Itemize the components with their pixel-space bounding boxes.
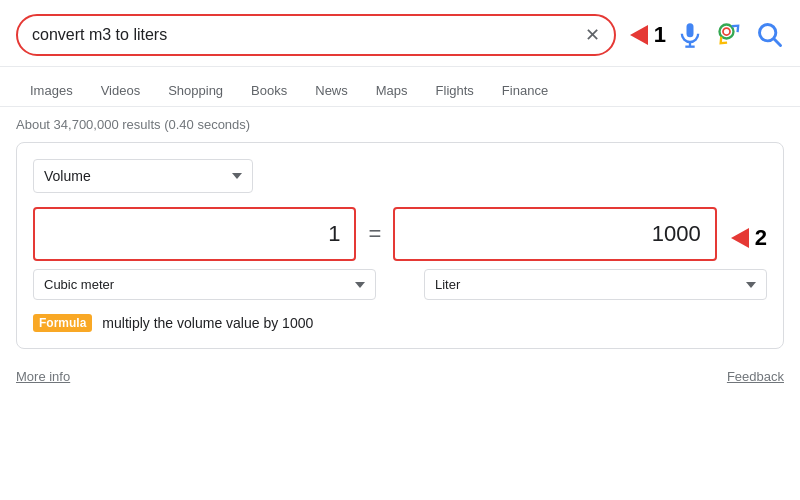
svg-point-3 — [720, 25, 734, 39]
search-bar-container: ✕ 1 — [0, 0, 800, 67]
tab-images[interactable]: Images — [16, 75, 87, 106]
unit-dropdowns-row: Cubic meter Liter — [33, 269, 767, 300]
red-arrow-1 — [630, 25, 648, 45]
footer-bar: More info Feedback — [0, 359, 800, 384]
annotation-number-1: 1 — [654, 22, 666, 48]
nav-tabs: Images Videos Shopping Books News Maps F… — [0, 67, 800, 107]
category-select-wrapper: Volume — [33, 159, 767, 193]
svg-rect-0 — [687, 23, 694, 37]
formula-row: Formula multiply the volume value by 100… — [33, 314, 767, 332]
arrow-annotation-1: 1 — [630, 22, 666, 48]
results-count: About 34,700,000 results (0.40 seconds) — [0, 107, 800, 142]
tab-shopping[interactable]: Shopping — [154, 75, 237, 106]
tab-maps[interactable]: Maps — [362, 75, 422, 106]
tab-videos[interactable]: Videos — [87, 75, 155, 106]
conversion-row-outer: = 2 — [33, 207, 767, 269]
output-value-field[interactable] — [393, 207, 716, 261]
red-arrow-2 — [731, 228, 749, 248]
lens-icon-button[interactable] — [716, 21, 744, 49]
to-unit-wrapper: Liter — [424, 269, 767, 300]
mic-icon — [676, 21, 704, 49]
from-unit-wrapper: Cubic meter — [33, 269, 376, 300]
tab-flights[interactable]: Flights — [422, 75, 488, 106]
mic-icon-button[interactable] — [676, 21, 704, 49]
equals-sign: = — [368, 221, 381, 247]
tab-finance[interactable]: Finance — [488, 75, 562, 106]
more-info-link[interactable]: More info — [16, 369, 70, 384]
from-unit-select[interactable]: Cubic meter — [33, 269, 376, 300]
arrow-annotation-2: 2 — [731, 225, 767, 251]
search-icons-right — [676, 21, 784, 49]
tab-news[interactable]: News — [301, 75, 362, 106]
clear-icon[interactable]: ✕ — [585, 24, 600, 46]
conversion-row: = — [33, 207, 717, 261]
formula-text: multiply the volume value by 1000 — [102, 315, 313, 331]
input-value-field[interactable] — [33, 207, 356, 261]
formula-badge: Formula — [33, 314, 92, 332]
to-unit-select[interactable]: Liter — [424, 269, 767, 300]
converter-card: Volume = 2 Cubic meter Liter Formu — [16, 142, 784, 349]
feedback-link[interactable]: Feedback — [727, 369, 784, 384]
search-icon — [756, 21, 784, 49]
search-box-wrapper: ✕ — [16, 14, 616, 56]
lens-icon — [716, 21, 744, 49]
tab-books[interactable]: Books — [237, 75, 301, 106]
annotation-number-2: 2 — [755, 225, 767, 251]
category-select[interactable]: Volume — [33, 159, 253, 193]
svg-line-6 — [774, 39, 780, 45]
search-input[interactable] — [32, 26, 577, 44]
svg-point-4 — [723, 28, 730, 35]
search-icon-button[interactable] — [756, 21, 784, 49]
